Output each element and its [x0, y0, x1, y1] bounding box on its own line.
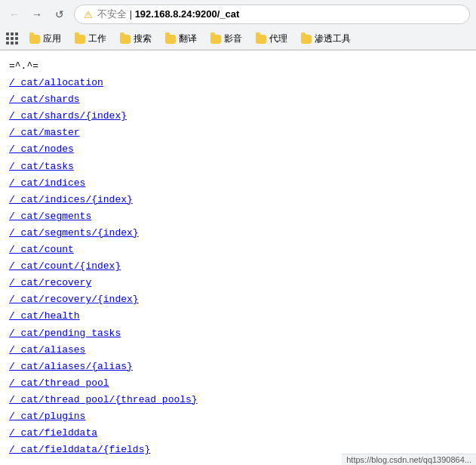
cat-link-line: /_cat/indices/{index} [9, 192, 467, 208]
cat-link[interactable]: /_cat/aliases/{alias} [9, 361, 133, 372]
bookmark-folder-icon [165, 35, 176, 44]
cat-link[interactable]: /_cat/thread_pool [9, 377, 109, 389]
cat-link[interactable]: /_cat/plugins [9, 411, 85, 422]
apps-grid-icon[interactable] [6, 32, 19, 45]
bookmark-daili[interactable]: 代理 [250, 31, 293, 47]
status-bar: https://blog.csdn.net/qq1390864... [342, 454, 476, 465]
bookmarks-bar: 应用 工作 搜索 翻译 影音 代理 渗透工具 [0, 29, 476, 50]
cat-link-line: /_cat/master [9, 125, 467, 141]
cat-link-line: /_cat/nodes [9, 141, 467, 158]
bookmark-shentougongju[interactable]: 渗透工具 [295, 31, 357, 47]
cat-link-line: /_cat/allocation [9, 75, 467, 91]
cat-link-line: /_cat/shards [9, 91, 467, 108]
cat-link[interactable]: /_cat/segments/{index} [9, 227, 139, 239]
cat-link[interactable]: /_cat/pending_tasks [9, 328, 121, 339]
forward-button[interactable]: → [29, 6, 45, 23]
cat-link-line: /_cat/plugins [9, 408, 467, 425]
address-bar[interactable]: ⚠ 不安全 | 192.168.8.24:9200/_cat [74, 5, 470, 24]
bookmark-sousuo[interactable]: 搜索 [114, 31, 158, 47]
bookmark-label: 渗透工具 [315, 32, 351, 45]
page-content: =^.^= /_cat/allocation/_cat/shards/_cat/… [0, 51, 476, 461]
cat-link[interactable]: /_cat/nodes [9, 143, 74, 155]
bookmark-folder-icon [210, 35, 221, 44]
bookmark-yingyong[interactable]: 应用 [23, 31, 67, 47]
cat-link-line: /_cat/segments [9, 208, 467, 225]
bookmark-label: 影音 [224, 32, 242, 45]
address-text: 不安全 | 192.168.8.24:9200/_cat [97, 8, 460, 21]
cat-link[interactable]: /_cat/count/{index} [9, 260, 121, 272]
cat-link-line: /_cat/count/{index} [9, 258, 467, 275]
bookmark-folder-icon [256, 35, 266, 44]
cat-link-line: /_cat/shards/{index} [9, 108, 467, 125]
cat-link[interactable]: /_cat/master [9, 127, 80, 138]
bookmark-label: 工作 [88, 32, 106, 45]
cat-link[interactable]: /_cat/segments [9, 211, 91, 222]
links-list: /_cat/allocation/_cat/shards/_cat/shards… [9, 75, 467, 461]
cat-link[interactable]: /_cat/shards [9, 94, 80, 105]
bookmark-folder-icon [29, 35, 40, 44]
cat-link-line: /_cat/aliases/{alias} [9, 359, 467, 375]
browser-chrome: ← → ↺ ⚠ 不安全 | 192.168.8.24:9200/_cat 应用 … [0, 0, 476, 51]
cat-link[interactable]: /_cat/tasks [9, 161, 74, 172]
nav-bar: ← → ↺ ⚠ 不安全 | 192.168.8.24:9200/_cat [0, 0, 476, 29]
bookmark-label: 搜索 [134, 32, 152, 45]
bookmark-label: 翻译 [179, 32, 197, 45]
cat-link-line: /_cat/thread_pool [9, 375, 467, 392]
cat-link[interactable]: /_cat/indices/{index} [9, 194, 133, 205]
page-header: =^.^= [9, 58, 467, 75]
cat-link[interactable]: /_cat/allocation [9, 77, 103, 88]
bookmark-folder-icon [75, 35, 85, 44]
bookmark-gongzuo[interactable]: 工作 [69, 31, 112, 47]
cat-link[interactable]: /_cat/fielddata [9, 427, 97, 439]
cat-link[interactable]: /_cat/aliases [9, 344, 85, 356]
bookmark-fanyi[interactable]: 翻译 [159, 31, 203, 47]
cat-link[interactable]: /_cat/recovery [9, 277, 91, 288]
cat-link-line: /_cat/count [9, 242, 467, 258]
reload-button[interactable]: ↺ [51, 6, 68, 23]
bookmark-label: 代理 [269, 32, 287, 45]
cat-link[interactable]: /_cat/shards/{index} [9, 110, 127, 122]
cat-link-line: /_cat/recovery [9, 275, 467, 291]
cat-link-line: /_cat/recovery/{index} [9, 291, 467, 308]
bookmark-yinyin[interactable]: 影音 [204, 31, 248, 47]
cat-link[interactable]: /_cat/fielddata/{fields} [9, 444, 150, 455]
cat-link[interactable]: /_cat/nodeattrs [9, 460, 97, 461]
address-separator: | [130, 8, 135, 20]
status-text: https://blog.csdn.net/qq1390864... [346, 455, 471, 464]
cat-link[interactable]: /_cat/health [9, 310, 80, 322]
cat-link-line: /_cat/pending_tasks [9, 325, 467, 342]
cat-link-line: /_cat/fielddata [9, 425, 467, 442]
cat-link[interactable]: /_cat/count [9, 244, 74, 255]
bookmark-folder-icon [301, 35, 312, 44]
cat-link[interactable]: /_cat/thread_pool/{thread_pools} [9, 394, 198, 405]
bookmark-folder-icon [120, 35, 131, 44]
bookmark-label: 应用 [43, 32, 61, 45]
cat-link-line: /_cat/thread_pool/{thread_pools} [9, 392, 467, 408]
cat-link-line: /_cat/tasks [9, 159, 467, 175]
cat-link-line: /_cat/health [9, 308, 467, 325]
security-label: 不安全 [97, 8, 127, 20]
cat-link[interactable]: /_cat/recovery/{index} [9, 294, 139, 305]
back-button[interactable]: ← [6, 6, 23, 23]
cat-link-line: /_cat/aliases [9, 342, 467, 359]
address-full: 192.168.8.24:9200/_cat [135, 8, 240, 20]
cat-link-line: /_cat/segments/{index} [9, 225, 467, 242]
security-icon: ⚠ [84, 9, 93, 20]
cat-link[interactable]: /_cat/indices [9, 177, 85, 189]
cat-link-line: /_cat/indices [9, 175, 467, 192]
